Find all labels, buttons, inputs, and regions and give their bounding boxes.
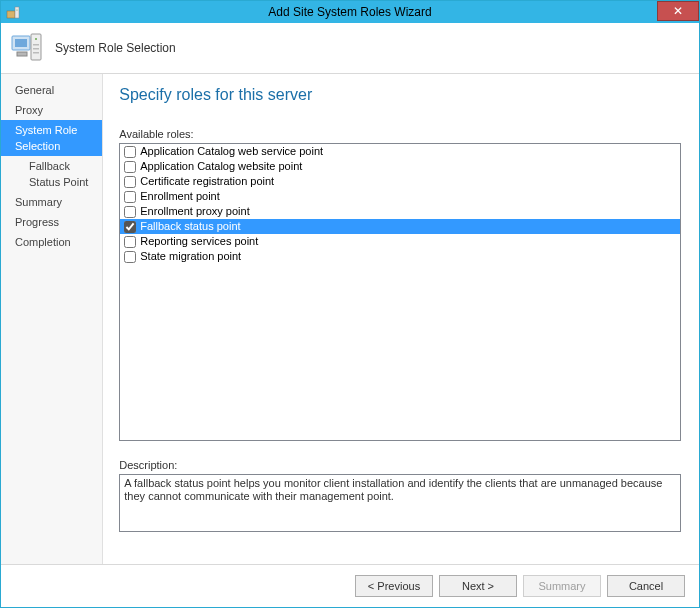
cancel-button[interactable]: Cancel: [607, 575, 685, 597]
nav-item-completion[interactable]: Completion: [1, 232, 102, 252]
window-title: Add Site System Roles Wizard: [1, 5, 699, 19]
role-label: Enrollment point: [140, 189, 220, 204]
role-label: State migration point: [140, 249, 241, 264]
svg-rect-6: [31, 34, 41, 60]
role-row[interactable]: Application Catalog web service point: [120, 144, 680, 159]
role-checkbox[interactable]: [124, 146, 136, 158]
nav-item-system-role-selection[interactable]: System Role Selection: [1, 120, 102, 156]
role-row[interactable]: Reporting services point: [120, 234, 680, 249]
previous-button[interactable]: < Previous: [355, 575, 433, 597]
svg-point-7: [35, 38, 37, 40]
nav-sidebar: GeneralProxySystem Role SelectionFallbac…: [1, 74, 103, 564]
svg-rect-9: [33, 48, 39, 50]
role-checkbox[interactable]: [124, 221, 136, 233]
app-icon: [5, 4, 21, 20]
close-icon: ✕: [673, 5, 683, 17]
role-checkbox[interactable]: [124, 161, 136, 173]
role-checkbox[interactable]: [124, 206, 136, 218]
summary-button[interactable]: Summary: [523, 575, 601, 597]
nav-item-general[interactable]: General: [1, 80, 102, 100]
close-button[interactable]: ✕: [657, 1, 699, 21]
description-label: Description:: [119, 459, 681, 471]
available-roles-list[interactable]: Application Catalog web service pointApp…: [119, 143, 681, 441]
main-heading: Specify roles for this server: [119, 86, 681, 104]
nav-item-progress[interactable]: Progress: [1, 212, 102, 232]
role-checkbox[interactable]: [124, 251, 136, 263]
role-checkbox[interactable]: [124, 236, 136, 248]
role-row[interactable]: Fallback status point: [120, 219, 680, 234]
role-label: Fallback status point: [140, 219, 240, 234]
titlebar: Add Site System Roles Wizard ✕: [1, 1, 699, 23]
nav-item-summary[interactable]: Summary: [1, 192, 102, 212]
wizard-window: Add Site System Roles Wizard ✕ System Ro…: [0, 0, 700, 608]
wizard-body: GeneralProxySystem Role SelectionFallbac…: [1, 74, 699, 564]
available-roles-label: Available roles:: [119, 128, 681, 140]
description-area: Description: A fallback status point hel…: [119, 459, 681, 532]
role-label: Application Catalog website point: [140, 159, 302, 174]
svg-rect-8: [33, 44, 39, 46]
role-checkbox[interactable]: [124, 191, 136, 203]
role-row[interactable]: State migration point: [120, 249, 680, 264]
role-checkbox[interactable]: [124, 176, 136, 188]
svg-rect-0: [7, 11, 15, 18]
main-panel: Specify roles for this server Available …: [103, 74, 699, 564]
role-row[interactable]: Application Catalog website point: [120, 159, 680, 174]
svg-rect-4: [15, 39, 27, 47]
wizard-header: System Role Selection: [1, 23, 699, 74]
role-row[interactable]: Enrollment proxy point: [120, 204, 680, 219]
wizard-footer: < Previous Next > Summary Cancel: [1, 564, 699, 607]
svg-point-2: [16, 9, 17, 10]
nav-item-fallback-status-point[interactable]: Fallback Status Point: [1, 156, 102, 192]
role-row[interactable]: Certificate registration point: [120, 174, 680, 189]
description-box: A fallback status point helps you monito…: [119, 474, 681, 532]
svg-rect-10: [33, 52, 39, 54]
role-label: Certificate registration point: [140, 174, 274, 189]
role-row[interactable]: Enrollment point: [120, 189, 680, 204]
server-icon: [9, 30, 45, 66]
role-label: Application Catalog web service point: [140, 144, 323, 159]
role-label: Reporting services point: [140, 234, 258, 249]
svg-rect-1: [15, 7, 19, 18]
role-label: Enrollment proxy point: [140, 204, 249, 219]
next-button[interactable]: Next >: [439, 575, 517, 597]
page-title: System Role Selection: [55, 41, 176, 55]
nav-item-proxy[interactable]: Proxy: [1, 100, 102, 120]
svg-rect-5: [17, 52, 27, 56]
